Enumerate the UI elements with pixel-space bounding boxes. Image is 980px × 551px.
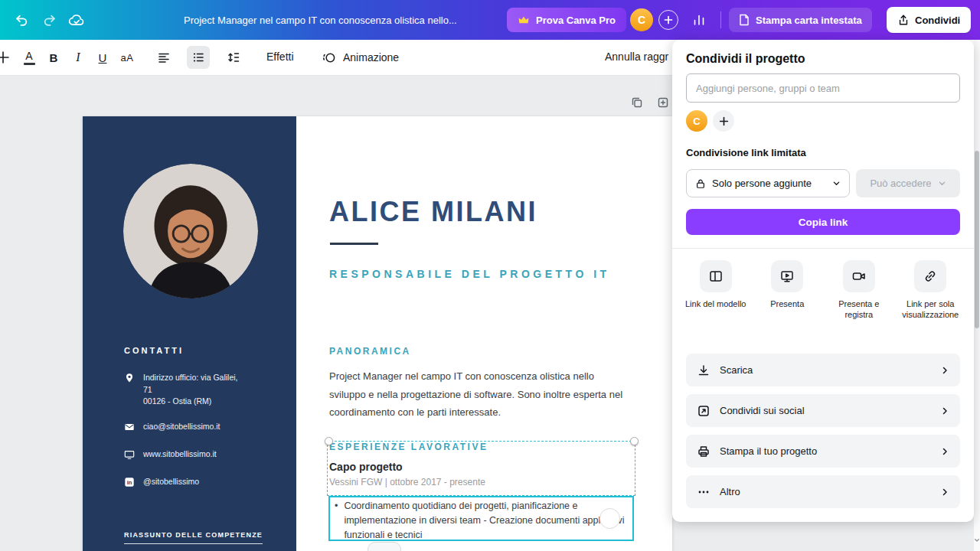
add-page-button[interactable] (656, 96, 670, 109)
svg-text:in: in (127, 479, 132, 486)
share-social-row[interactable]: Condividi sui social (686, 394, 960, 427)
experience-heading[interactable]: ESPERIENZE LAVORATIVE (329, 442, 488, 452)
collapsed-panel-tab[interactable] (0, 49, 11, 66)
italic-button[interactable]: I (67, 46, 90, 69)
undo-icon (15, 13, 29, 28)
redo-button[interactable] (38, 9, 60, 31)
contact-website[interactable]: www.sitobellissimo.it (124, 448, 266, 461)
chevron-right-icon (940, 487, 949, 497)
download-row[interactable]: Scarica (686, 354, 960, 386)
profile-photo[interactable] (123, 164, 258, 298)
download-icon (697, 364, 710, 377)
animate-button[interactable]: Animazione (322, 46, 399, 69)
panel-avatar-letter: C (693, 116, 700, 127)
avatar-letter: C (638, 14, 645, 26)
effects-button[interactable]: Effetti (266, 51, 294, 63)
more-row[interactable]: Altro (686, 475, 960, 508)
text-color-swatch (24, 63, 35, 65)
ungroup-button[interactable]: Annulla raggr (605, 51, 668, 63)
template-link-option[interactable]: Link del modello (680, 260, 752, 320)
share-people-input[interactable] (686, 73, 960, 103)
print-project-row[interactable]: Stampa il tuo progetto (686, 435, 960, 468)
add-people-button[interactable] (658, 10, 678, 30)
print-letterhead-button[interactable]: Stampa carta intestata (729, 8, 872, 32)
topbar-separator (720, 11, 721, 28)
scrollbar-down-arrow[interactable] (974, 536, 980, 545)
present-icon (771, 260, 803, 292)
share-button[interactable]: Condividi (887, 7, 971, 33)
more-icon (697, 485, 710, 499)
present-option[interactable]: Presenta (752, 260, 824, 320)
text-color-letter: A (25, 50, 32, 62)
present-record-option[interactable]: Presenta e registra (823, 260, 895, 320)
alignment-button[interactable] (152, 46, 175, 69)
linkedin-icon: in (124, 477, 135, 487)
text-color-button[interactable]: A (18, 46, 41, 69)
permission-value: Può accedere (870, 178, 931, 189)
contact-linkedin[interactable]: in @sitobellissimo (124, 476, 266, 488)
selection-handle-top-right[interactable] (630, 437, 639, 445)
add-page-icon (657, 96, 669, 109)
chevron-right-icon (940, 366, 949, 375)
social-icon (697, 404, 710, 418)
location-pin-icon (124, 373, 135, 383)
top-bar: Project Manager nel campo IT con conosce… (0, 0, 980, 40)
bold-button[interactable]: B (42, 46, 65, 69)
scrollbar-thumb[interactable] (975, 151, 979, 328)
undo-button[interactable] (11, 9, 32, 31)
help-button[interactable] (599, 508, 620, 529)
job-title-text[interactable]: Capo progetto (329, 461, 403, 473)
share-panel: Condividi il progetto C Condivisione lin… (672, 40, 974, 522)
contact-address[interactable]: Indirizzo ufficio: via Galilei, 71 00126… (124, 372, 266, 408)
window-scrollbar[interactable] (974, 40, 980, 551)
redo-icon (42, 13, 57, 28)
copy-link-button[interactable]: Copia link (686, 209, 960, 235)
account-avatar[interactable]: C (630, 8, 653, 31)
canva-pro-button[interactable]: Prova Canva Pro (507, 8, 626, 32)
contact-email[interactable]: ciao@sitobellissimo.it (124, 421, 266, 433)
selection-handle-top-left[interactable] (325, 437, 333, 445)
skills-heading[interactable]: RIASSUNTO DELLE COMPETENZE (124, 531, 263, 544)
print-letterhead-label: Stampa carta intestata (756, 15, 862, 26)
bullet-list-button[interactable] (187, 46, 210, 69)
panel-add-person-button[interactable] (713, 110, 734, 132)
canva-pro-label: Prova Canva Pro (536, 15, 616, 26)
print-icon (697, 445, 710, 458)
line-spacing-button[interactable] (222, 46, 245, 69)
canva-editor-window: Project Manager nel campo IT con conosce… (0, 0, 980, 551)
export-icon (897, 14, 910, 26)
quick-options-row: Link del modello Presenta Presenta e reg… (680, 260, 966, 320)
chevron-down-icon (832, 179, 841, 187)
duplicate-page-icon (631, 96, 643, 109)
resume-role-textbox[interactable]: RESPONSABILE DEL PROGETTO IT (329, 268, 610, 280)
access-scope-dropdown[interactable]: Solo persone aggiunte (686, 169, 850, 197)
crown-icon (518, 15, 530, 25)
view-only-link-icon (914, 260, 946, 292)
panel-avatar[interactable]: C (686, 110, 707, 132)
line-spacing-icon (227, 51, 240, 64)
contacts-heading[interactable]: CONTATTI (124, 346, 184, 355)
name-underline-rule (330, 243, 378, 245)
resume-name-textbox[interactable]: ALICE MILANI (329, 196, 537, 228)
resume-page[interactable]: CONTATTI Indirizzo ufficio: via Galilei,… (83, 116, 672, 551)
canvas-bottom-pill[interactable] (368, 542, 401, 551)
document-title[interactable]: Project Manager nel campo IT con conosce… (184, 15, 457, 26)
overview-paragraph[interactable]: Project Manager nel campo IT con conosce… (329, 367, 626, 422)
duplicate-page-button[interactable] (630, 96, 644, 109)
bullet-text: Coordinamento quotidiano dei progetti, p… (344, 499, 629, 543)
overview-heading[interactable]: PANORAMICA (329, 346, 411, 357)
text-case-button[interactable]: aA (116, 46, 139, 69)
permission-dropdown[interactable]: Può accedere (856, 169, 960, 197)
job-meta-text[interactable]: Vessini FGW | ottobre 2017 - presente (329, 477, 485, 487)
panel-divider (672, 248, 974, 249)
insights-button[interactable] (689, 10, 709, 30)
underline-button[interactable]: U (91, 46, 114, 69)
chevron-right-icon (940, 447, 949, 456)
view-only-link-option[interactable]: Link per sola visualizzazione (895, 260, 967, 320)
share-label: Condividi (915, 15, 960, 26)
present-record-icon (843, 260, 875, 292)
animate-icon (322, 51, 336, 65)
job-bullet-textbox[interactable]: • Coordinamento quotidiano dei progetti,… (335, 499, 629, 543)
monitor-icon (124, 449, 135, 460)
bar-chart-icon (692, 13, 706, 27)
